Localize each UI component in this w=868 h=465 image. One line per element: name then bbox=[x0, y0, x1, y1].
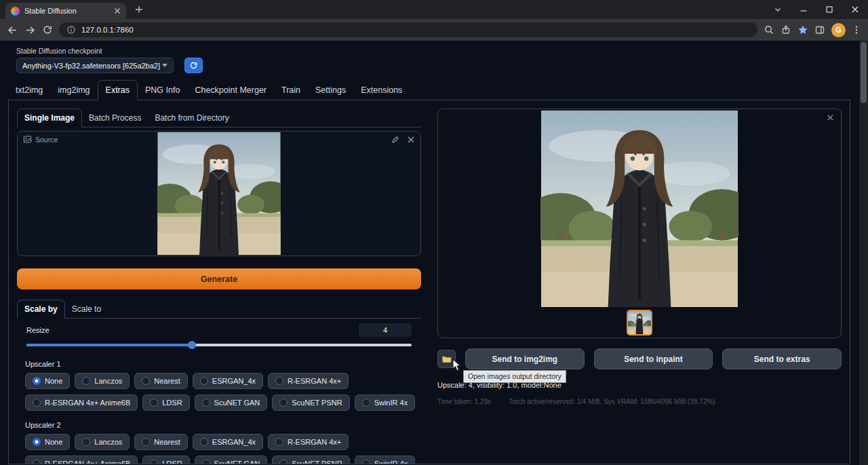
new-tab-button[interactable] bbox=[130, 1, 148, 18]
tab-png-info[interactable]: PNG Info bbox=[138, 81, 187, 100]
upscaler2-option-scunet-gan[interactable]: ScuNET GAN bbox=[195, 456, 268, 464]
subtab-scale-by[interactable]: Scale by bbox=[17, 300, 65, 319]
upscaler-1-group: Upscaler 1 None Lanczos Nearest ESRGAN_4… bbox=[17, 360, 421, 411]
radio-icon bbox=[362, 460, 370, 464]
radio-label: Nearest bbox=[154, 377, 180, 385]
page-scrollbar[interactable] bbox=[859, 41, 868, 465]
scale-subtabs: Scale by Scale to bbox=[17, 300, 421, 319]
slider-handle[interactable] bbox=[188, 341, 196, 349]
upscaler2-option-r-esrgan-4x[interactable]: R-ESRGAN 4x+ bbox=[268, 434, 349, 450]
upscaler2-option-nearest[interactable]: Nearest bbox=[134, 434, 188, 450]
send-to-extras-button[interactable]: Send to extras bbox=[722, 348, 842, 369]
share-icon[interactable] bbox=[781, 24, 791, 35]
bookmark-star-icon[interactable] bbox=[797, 24, 808, 35]
generate-button[interactable]: Generate bbox=[17, 268, 421, 289]
send-to-img2img-button[interactable]: Send to img2img bbox=[465, 348, 585, 369]
tab-img2img[interactable]: img2img bbox=[50, 81, 97, 100]
subtab-single-image[interactable]: Single Image bbox=[17, 108, 82, 127]
tab-txt2img[interactable]: txt2img bbox=[8, 81, 50, 100]
checkpoint-dropdown[interactable]: Anything-V3-fp32.safetensors [625a2ba2] bbox=[16, 58, 174, 73]
tab-extensions[interactable]: Extensions bbox=[353, 81, 410, 100]
source-label: Source bbox=[35, 136, 58, 144]
upscaler1-option-scunet-psnr[interactable]: ScuNET PSNR bbox=[272, 395, 349, 411]
checkpoint-section: Stable Diffusion checkpoint Anything-V3-… bbox=[0, 41, 868, 73]
refresh-checkpoints-button[interactable] bbox=[184, 58, 203, 73]
upscaler-2-group: Upscaler 2 None Lanczos Nearest ESRGAN_4… bbox=[17, 421, 421, 464]
upscaler1-option-swinir-4x[interactable]: SwinIR 4x bbox=[355, 395, 416, 411]
back-icon[interactable] bbox=[7, 24, 18, 36]
radio-label: ScuNET GAN bbox=[214, 460, 260, 464]
upscaler-2-label: Upscaler 2 bbox=[25, 421, 421, 429]
browser-menu-icon[interactable] bbox=[852, 25, 861, 35]
slider-fill bbox=[26, 344, 192, 346]
side-panel-icon[interactable] bbox=[814, 24, 825, 35]
upscaler2-option-ldsr[interactable]: LDSR bbox=[142, 456, 189, 464]
upscaler1-option-r-esrgan-4x-anime6b[interactable]: R-ESRGAN 4x+ Anime6B bbox=[25, 395, 138, 411]
minimize-button[interactable] bbox=[791, 0, 816, 19]
source-chip: Source bbox=[23, 135, 58, 144]
tab-search-chevron-icon[interactable] bbox=[765, 0, 791, 19]
edit-image-icon[interactable] bbox=[391, 135, 400, 144]
mouse-cursor bbox=[452, 359, 465, 371]
radio-icon bbox=[82, 438, 90, 446]
clear-image-icon[interactable] bbox=[407, 135, 415, 144]
tab-close-icon[interactable] bbox=[114, 7, 121, 14]
upscaler2-option-scunet-psnr[interactable]: ScuNET PSNR bbox=[272, 456, 349, 464]
chevron-down-icon bbox=[162, 64, 167, 67]
upscaler1-option-r-esrgan-4x[interactable]: R-ESRGAN 4x+ bbox=[268, 373, 349, 389]
radio-label: Nearest bbox=[154, 438, 180, 446]
image-icon bbox=[23, 135, 32, 144]
send-actions-row: Send to img2img Send to inpaint Send to … bbox=[437, 348, 842, 369]
forward-icon[interactable] bbox=[24, 24, 36, 36]
radio-icon bbox=[362, 399, 370, 407]
gallery-thumbnail-selected[interactable] bbox=[627, 310, 652, 336]
upscaler2-option-none[interactable]: None bbox=[25, 434, 70, 450]
resize-number-input[interactable]: 4 bbox=[359, 323, 412, 337]
main-tabs: txt2img img2img Extras PNG Info Checkpoi… bbox=[8, 80, 850, 100]
radio-label: ScuNET PSNR bbox=[292, 460, 342, 464]
tab-settings[interactable]: Settings bbox=[308, 81, 353, 100]
browser-tab[interactable]: Stable Diffusion bbox=[5, 3, 126, 19]
maximize-button[interactable] bbox=[816, 0, 842, 19]
tab-checkpoint-merger[interactable]: Checkpoint Merger bbox=[187, 81, 274, 100]
scrollbar-thumb[interactable] bbox=[861, 42, 867, 103]
subtab-batch-process[interactable]: Batch Process bbox=[82, 109, 148, 127]
radio-icon bbox=[200, 377, 208, 385]
radio-icon bbox=[275, 377, 283, 385]
subtab-batch-from-directory[interactable]: Batch from Directory bbox=[148, 109, 235, 127]
upscaler2-option-r-esrgan-4x-anime6b[interactable]: R-ESRGAN 4x+ Anime6B bbox=[25, 456, 138, 464]
tab-extras[interactable]: Extras bbox=[98, 80, 138, 100]
radio-label: Lanczos bbox=[94, 377, 122, 385]
upscaler1-option-none[interactable]: None bbox=[25, 373, 70, 389]
profile-avatar[interactable]: G bbox=[831, 23, 846, 37]
upscaler1-option-scunet-gan[interactable]: ScuNET GAN bbox=[195, 395, 268, 411]
window-close-button[interactable] bbox=[842, 0, 868, 19]
radio-icon bbox=[202, 460, 210, 464]
tab-train[interactable]: Train bbox=[274, 81, 308, 100]
radio-icon bbox=[275, 438, 283, 446]
checkpoint-value: Anything-V3-fp32.safetensors [625a2ba2] bbox=[22, 62, 160, 70]
upscaler2-option-lanczos[interactable]: Lanczos bbox=[75, 434, 130, 450]
browser-toolbar: 127.0.0.1:7860 G bbox=[0, 19, 868, 41]
upscaler2-option-swinir-4x[interactable]: SwinIR 4x bbox=[355, 456, 416, 464]
extras-panel: Single Image Batch Process Batch from Di… bbox=[8, 100, 850, 464]
upscaler1-option-nearest[interactable]: Nearest bbox=[134, 373, 188, 389]
folder-button-tooltip: Open images output directory bbox=[463, 370, 566, 383]
address-bar[interactable]: 127.0.0.1:7860 bbox=[59, 22, 757, 37]
site-info-icon[interactable] bbox=[66, 25, 76, 35]
subtab-scale-to[interactable]: Scale to bbox=[65, 300, 108, 318]
search-icon[interactable] bbox=[764, 24, 774, 35]
reload-icon[interactable] bbox=[42, 24, 53, 35]
upscaler1-option-esrgan-4x[interactable]: ESRGAN_4x bbox=[193, 373, 263, 389]
upscaler1-option-lanczos[interactable]: Lanczos bbox=[75, 373, 130, 389]
upscaler2-option-esrgan-4x[interactable]: ESRGAN_4x bbox=[193, 434, 263, 450]
send-to-inpaint-button[interactable]: Send to inpaint bbox=[594, 348, 713, 369]
resize-slider[interactable] bbox=[26, 340, 412, 350]
output-image[interactable] bbox=[540, 110, 738, 307]
gallery-close-icon[interactable] bbox=[827, 114, 834, 121]
webui-page: Stable Diffusion checkpoint Anything-V3-… bbox=[0, 41, 868, 465]
radio-label: R-ESRGAN 4x+ bbox=[288, 377, 341, 385]
upscaler1-option-ldsr[interactable]: LDSR bbox=[142, 395, 189, 411]
source-image-dropzone[interactable]: Source bbox=[17, 131, 421, 256]
radio-checked-icon bbox=[33, 377, 41, 385]
